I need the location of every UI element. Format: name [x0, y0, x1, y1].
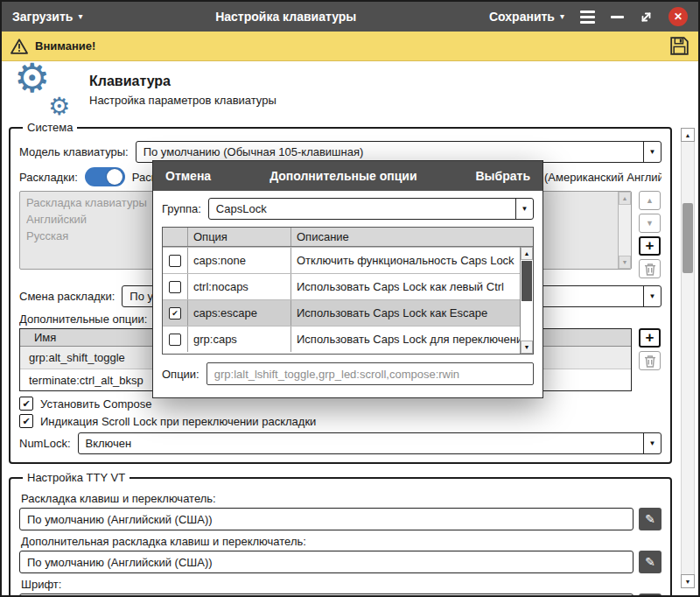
floppy-save-icon [669, 36, 690, 56]
layouts-toggle[interactable] [85, 167, 125, 186]
save-file-button[interactable] [669, 36, 690, 56]
scrollbar-track[interactable] [521, 302, 533, 341]
extra-options-dialog: Отмена Дополнительные опции Выбрать Груп… [152, 160, 543, 398]
tty-layout-row: ✎ [19, 508, 662, 530]
main-scrollbar: ▲ ▼ [681, 128, 695, 588]
page-title: Клавиатура [89, 74, 276, 89]
move-up-button: ▲ [639, 191, 661, 210]
scrolllock-checkbox-row: ✔ Индикация Scroll Lock при переключении… [19, 414, 662, 428]
tty-font-input[interactable] [19, 593, 634, 597]
row-description: Отключить функциональность Caps Lock [290, 248, 533, 273]
row-checkbox[interactable] [169, 334, 181, 346]
dialog-table-row[interactable]: caps:none Отключить функциональность Cap… [163, 247, 533, 273]
keyboard-settings-window: Загрузить ▾ Настройка клавиатуры Сохрани… [0, 0, 700, 597]
plus-icon: + [646, 237, 654, 255]
chevron-down-icon: ▼ [643, 433, 661, 453]
scrollbar-up-button[interactable]: ▲ [521, 247, 533, 260]
scrolllock-checkbox[interactable]: ✔ [19, 414, 33, 428]
keyboard-model-value: По умолчанию (Обычная 105-клавишная) [136, 142, 643, 162]
warning-bar: Внимание! [2, 32, 698, 61]
tty-extra-layout-label: Дополнительная раскладка клавиш и перекл… [21, 535, 662, 548]
dialog-body: Группа: CapsLock ▼ Опция Описание caps:n… [153, 191, 542, 392]
extra-options-label: Дополнительные опции: [19, 313, 147, 326]
chevron-down-icon: ▼ [643, 142, 661, 162]
maximize-button[interactable] [640, 11, 653, 24]
arrow-down-icon: ▼ [646, 219, 654, 228]
option-name: grp:alt_shift_toggle [29, 351, 125, 364]
tty-font-edit-button[interactable]: ✎ [639, 593, 662, 597]
arrow-up-icon: ▲ [524, 250, 530, 256]
keyboard-settings-gears-icon: ⚙ ⚙ [14, 65, 72, 116]
dialog-options-input[interactable] [206, 362, 534, 385]
tty-extra-layout-input[interactable] [19, 551, 634, 573]
numlock-select[interactable]: Включен ▼ [78, 432, 662, 454]
scrollbar-down-button[interactable]: ▼ [681, 574, 695, 588]
scroll-up-icon: ▲ [619, 192, 631, 205]
row-checkbox[interactable]: ✔ [169, 307, 181, 320]
chevron-down-icon: ▼ [515, 199, 533, 219]
tty-font-row: ✎ [19, 593, 662, 597]
app-header: ⚙ ⚙ Клавиатура Настройка параметров клав… [2, 61, 698, 119]
titlebar: Загрузить ▾ Настройка клавиатуры Сохрани… [2, 2, 698, 32]
row-checkbox[interactable] [169, 281, 181, 293]
menu-button[interactable] [580, 11, 595, 24]
dialog-table-row[interactable]: ✔ caps:escape Использовать Caps Lock как… [163, 299, 533, 326]
row-option: caps:escape [187, 300, 290, 326]
layout-list-scrollbar: ▲ ▼ [618, 192, 631, 269]
numlock-label: NumLock: [19, 437, 71, 450]
scrollbar-up-button[interactable]: ▲ [681, 128, 695, 142]
column-description: Описание [290, 228, 533, 246]
group-select[interactable]: CapsLock ▼ [208, 198, 534, 220]
numlock-value: Включен [79, 433, 643, 453]
tty-extra-layout-row: ✎ [19, 551, 662, 573]
scrollbar-down-button[interactable]: ▼ [521, 341, 533, 354]
row-description: Использовать Caps Lock как Escape [290, 300, 533, 326]
pencil-icon: ✎ [645, 512, 655, 526]
add-option-button[interactable]: + [639, 328, 661, 348]
page-subtitle: Настройка параметров клавиатуры [89, 94, 276, 107]
row-description: Использовать Caps Lock для переключения [290, 327, 533, 352]
dialog-cancel-button[interactable]: Отмена [165, 169, 211, 183]
trash-icon [644, 355, 656, 368]
tty-extra-layout-edit-button[interactable]: ✎ [639, 551, 662, 573]
trash-icon [644, 263, 656, 276]
group-value: CapsLock [209, 199, 515, 219]
dialog-header: Отмена Дополнительные опции Выбрать [153, 161, 542, 191]
minimize-button[interactable] [611, 16, 624, 18]
titlebar-actions: Сохранить ▾ ✕ [489, 7, 688, 26]
window-title: Настройка клавиатуры [82, 10, 489, 24]
save-menu-button[interactable]: Сохранить ▾ [489, 10, 564, 24]
move-down-button: ▼ [639, 214, 661, 233]
compose-checkbox-row: ✔ Установить Compose [19, 397, 662, 411]
group-label: Группа: [162, 202, 201, 215]
scrollbar-thumb[interactable] [682, 203, 693, 273]
tty-layout-input[interactable] [19, 508, 634, 530]
system-section-legend: Система [23, 121, 77, 134]
hamburger-menu-icon [580, 11, 595, 24]
compose-checkbox-label: Установить Compose [40, 397, 151, 411]
dialog-table-row[interactable]: grp:caps Использовать Caps Lock для пере… [163, 326, 533, 352]
dialog-table-row[interactable]: ctrl:nocaps Использовать Caps Lock как л… [163, 273, 533, 299]
arrow-down-icon: ▼ [524, 344, 530, 350]
add-layout-button[interactable]: + [639, 236, 661, 256]
tty-font-label: Шрифт: [21, 578, 662, 591]
load-menu-label: Загрузить [12, 10, 73, 24]
dialog-table-scrollbar: ▲ ▼ [520, 247, 533, 354]
minimize-icon [611, 16, 624, 18]
dialog-select-button[interactable]: Выбрать [475, 169, 530, 183]
numlock-row: NumLock: Включен ▼ [19, 432, 662, 454]
scrollbar-thumb[interactable] [522, 261, 532, 301]
scrollbar-track[interactable] [681, 142, 695, 574]
save-menu-label: Сохранить [489, 10, 555, 24]
row-checkbox[interactable] [169, 255, 181, 267]
load-menu-button[interactable]: Загрузить ▾ [12, 10, 82, 24]
gear-icon: ⚙ [48, 95, 70, 119]
arrow-down-icon: ▼ [685, 579, 691, 585]
tty-section-legend: Настройка TTY VT [23, 471, 130, 484]
column-option: Опция [187, 228, 290, 246]
tty-layout-edit-button[interactable]: ✎ [639, 508, 662, 530]
scroll-down-icon: ▼ [619, 256, 631, 269]
option-name: terminate:ctrl_alt_bksp [29, 374, 144, 387]
close-button[interactable]: ✕ [668, 7, 688, 26]
compose-checkbox[interactable]: ✔ [19, 397, 33, 411]
